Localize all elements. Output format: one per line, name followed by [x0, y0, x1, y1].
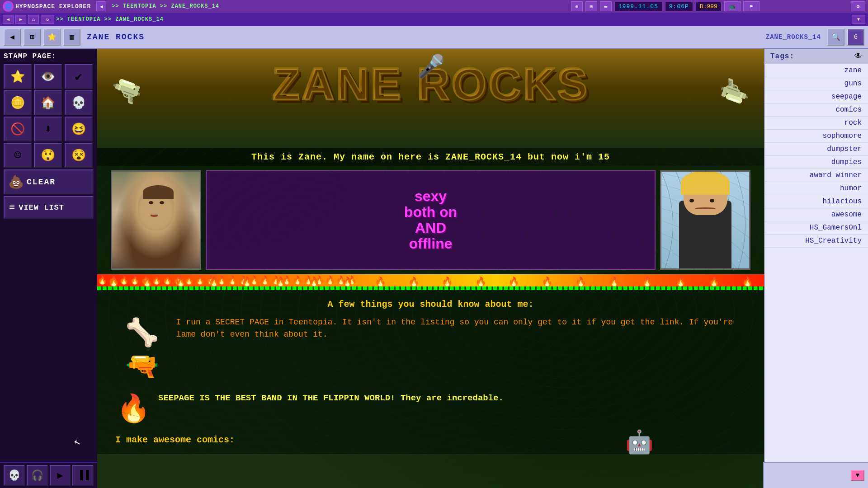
gun-decoration-left: 🔫 — [106, 71, 146, 111]
tag-comics[interactable]: comics — [765, 103, 868, 117]
toolbar: ◀ ⊞ ⭐ ▦ ZANE ROCKS ZANE_ROCKS_14 🔍 6 — [0, 26, 868, 49]
view-list-label: VIEW LIST — [19, 203, 64, 212]
stamp-coin[interactable]: 🪙 — [4, 90, 32, 115]
stamp-down[interactable]: ⬇️ — [34, 117, 62, 141]
back-button[interactable]: ◀ — [4, 28, 21, 46]
bottom-left-bar: 💀 🎧 ▶ ▐▐ — [0, 462, 97, 488]
fire19: 🔥 — [708, 278, 720, 287]
app-logo: 🌀 — [3, 1, 14, 12]
stamp-no[interactable]: 🚫 — [4, 117, 32, 141]
fire2: 🔥 — [142, 278, 153, 287]
addr-refresh[interactable]: ↻ — [41, 15, 54, 24]
right-panel: Tags: 👁 zane guns seepage comics rock so… — [764, 49, 868, 488]
bottom-right-bar: ▼ — [763, 462, 868, 488]
photo-face-1 — [112, 172, 200, 268]
stamp-eye[interactable]: 👁️ — [34, 64, 62, 89]
main-area: STAMP PAGE: ⭐ 👁️ ✔️ 🪙 🏠 💀 🚫 ⬇️ 😆 ☹️ 😲 😵 … — [0, 49, 868, 488]
skull-bottom-btn[interactable]: 💀 — [4, 465, 25, 486]
stamp-star[interactable]: ⭐ — [4, 64, 32, 89]
clear-button[interactable]: 💩 CLEAR — [4, 169, 94, 194]
stamp-dizzy[interactable]: 😵 — [65, 143, 93, 168]
fire17: 🔥 — [642, 278, 653, 287]
view-list-button[interactable]: ≡ VIEW LIST — [4, 196, 94, 219]
addr-home[interactable]: ⌂ — [28, 15, 39, 24]
center-content: ZANE ROCKS 🔫 🔫 🎤 This is Zane. My name o… — [97, 49, 764, 488]
settings-btn[interactable]: ⚙ — [851, 1, 865, 11]
user-avatar[interactable]: 6 — [847, 28, 864, 46]
fire9: 🔥 — [375, 278, 386, 287]
fire15: 🔥 — [575, 278, 586, 287]
gun-decoration-right: 🔫 — [715, 71, 755, 111]
right-controls: ⚙ — [851, 1, 865, 11]
fire14: 🔥 — [542, 278, 553, 287]
fire20: 🔥 — [742, 278, 753, 287]
home-button[interactable]: ⊞ — [24, 28, 41, 46]
tag-awesome[interactable]: awesome — [765, 208, 868, 221]
tag-rock[interactable]: rock — [765, 117, 868, 130]
fire-divider: 🔥🔥🔥🔥🔥🔥🔥🔥🔥🔥🔥🔥🔥🔥🔥🔥🔥🔥🔥🔥 — [97, 274, 764, 290]
play-btn[interactable]: ▶ — [50, 465, 71, 486]
tag-award-winner[interactable]: award winner — [765, 169, 868, 182]
photo-section: sexy both on AND offline — [97, 166, 764, 274]
headphones-btn[interactable]: 🎧 — [27, 465, 48, 486]
pink-scroll-btn[interactable]: ▼ — [851, 470, 864, 481]
icon-tv[interactable]: 📺 — [724, 1, 741, 11]
bookmark-button[interactable]: ⭐ — [43, 28, 61, 46]
photo-left — [111, 170, 201, 270]
tag-hilarious[interactable]: hilarious — [765, 195, 868, 208]
search-button[interactable]: 🔍 — [827, 28, 844, 46]
tag-zane[interactable]: zane — [765, 64, 868, 77]
addr-back[interactable]: ◀ — [3, 15, 14, 24]
nav-icons: ◀ — [96, 1, 106, 11]
addr-forward[interactable]: ▶ — [15, 15, 26, 24]
stamp-check[interactable]: ✔️ — [65, 64, 93, 89]
fire12: 🔥 — [475, 278, 486, 287]
fire1: 🔥 — [108, 278, 119, 287]
stamp-house[interactable]: 🏠 — [34, 90, 62, 115]
fire18: 🔥 — [675, 278, 686, 287]
tag-seepage[interactable]: seepage — [765, 90, 868, 103]
robot-icon: 🤖 — [625, 429, 653, 456]
status-icon1[interactable]: ⊕ — [571, 1, 583, 11]
tag-guns[interactable]: guns — [765, 77, 868, 90]
fire7: 🔥 — [308, 278, 320, 287]
grid-button[interactable]: ▦ — [63, 28, 80, 46]
subtitle-text: This is Zane. My name on here is ZANE_RO… — [106, 152, 755, 162]
app-title: HYPNOSPACE EXPLORER — [15, 3, 91, 10]
tag-sophomore[interactable]: sophomore — [765, 130, 868, 143]
cursor-icon: ↖ — [72, 435, 81, 449]
tag-list: zane guns seepage comics rock sophomore … — [765, 64, 868, 248]
center-text-box: sexy both on AND offline — [206, 170, 656, 270]
fire13: 🔥 — [508, 278, 519, 287]
addr-menu[interactable]: ▼ — [852, 15, 865, 24]
info-block-1: 🦴🔫 I run a SECRET PAGE in Teentopia. It … — [115, 316, 746, 383]
back-btn[interactable]: ◀ — [96, 1, 106, 11]
cartoon-character — [661, 172, 749, 268]
page-title: ZANE ROCKS — [87, 33, 145, 42]
status-icon3[interactable]: ▬ — [600, 1, 612, 11]
current-path: >> TEENTOPIA >> ZANE_ROCKS_14 — [56, 16, 850, 23]
page-id: ZANE_ROCKS_14 — [766, 33, 821, 41]
stamp-laugh[interactable]: 😆 — [65, 117, 93, 141]
stamp-sad[interactable]: ☹️ — [4, 143, 32, 168]
score-display: B:999 — [696, 2, 722, 11]
tag-hs-creativity[interactable]: HS_Creativity — [765, 235, 868, 248]
fire-icon: 🔥 — [115, 392, 151, 426]
tag-dumpies[interactable]: dumpies — [765, 156, 868, 169]
fire4: 🔥 — [208, 278, 220, 287]
status-icon2[interactable]: ⊞ — [585, 1, 597, 11]
stamp-skull[interactable]: 💀 — [65, 90, 93, 115]
stamp-shocked[interactable]: 😲 — [34, 143, 62, 168]
poop-icon: 💩 — [8, 174, 24, 190]
top-bar: 🌀 HYPNOSPACE EXPLORER ◀ >> TEENTOPIA >> … — [0, 0, 868, 13]
fire3: 🔥 — [175, 278, 186, 287]
subtitle-bar: This is Zane. My name on here is ZANE_RO… — [97, 148, 764, 166]
icon-flag[interactable]: ⚑ — [743, 1, 760, 11]
gun-hand-icon: 🦴🔫 — [115, 316, 170, 383]
tags-eye-icon[interactable]: 👁 — [854, 52, 863, 61]
fire5: 🔥 — [241, 278, 253, 287]
tag-dumpster[interactable]: dumpster — [765, 143, 868, 156]
volume-btn[interactable]: ▐▐ — [72, 465, 94, 486]
tag-hs-gamers[interactable]: HS_GamersOnl — [765, 221, 868, 235]
tag-humor[interactable]: humor — [765, 182, 868, 195]
